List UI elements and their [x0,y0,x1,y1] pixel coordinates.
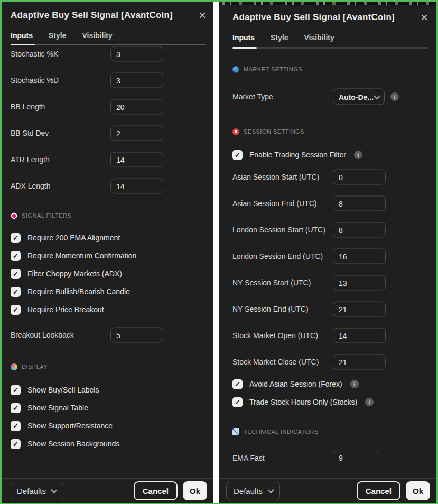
checkbox-label: Require Momentum Confirmation [27,251,136,260]
checkbox-row-require-200-ema-alignment: ✓Require 200 EMA Alignment [2,229,213,247]
tab-inputs[interactable]: Inputs [232,33,255,42]
defaults-label: Defaults [234,487,263,496]
field-row-ema-fast: EMA Fast9 [219,445,436,469]
field-row-asian-session-start-utc: Asian Session Start (UTC)0 [219,164,436,190]
close-icon[interactable]: × [421,13,428,22]
input-adx-length[interactable]: 14 [110,179,163,194]
section-header-label: TECHNICAL INDICATORS [244,428,319,435]
info-icon[interactable]: i [365,398,374,406]
field-row-atr-length: ATR Length14 [2,146,213,173]
checkbox-row-show-session-backgrounds: ✓Show Session Backgrounds [2,435,213,453]
checkbox-label: Require Price Breakout [27,305,104,314]
checkbox-row-show-signal-table: ✓Show Signal Table [2,399,213,417]
input-london-session-end-utc[interactable]: 16 [333,249,386,264]
alarm-clock-icon [232,128,239,135]
checkbox-label: Filter Choppy Markets (ADX) [27,269,122,278]
field-label: EMA Fast [232,454,265,462]
input-stock-market-open-utc[interactable]: 14 [333,328,386,343]
close-icon[interactable]: × [199,11,206,20]
checkbox-row-filter-choppy-markets-adx: ✓Filter Choppy Markets (ADX) [2,265,213,283]
field-label: Asian Session End (UTC) [232,199,317,208]
checkbox-show-session-backgrounds[interactable]: ✓ [11,439,21,449]
inputs-scroll-area-left[interactable]: Stochastic %K3Stochastic %D3BB Length20B… [2,45,213,466]
checkbox-trade-stock-hours-only-stocks[interactable]: ✓ [232,397,243,407]
market-type-value: Auto-De... [339,92,374,101]
dialog-footer-right: Defaults Cancel Ok [219,478,436,503]
field-row-market-type: Market TypeAuto-De...i [219,83,436,110]
input-bb-length[interactable]: 20 [110,99,163,115]
ok-button[interactable]: Ok [406,481,430,500]
input-asian-session-end-utc[interactable]: 8 [333,196,386,211]
checkbox-label: Show Buy/Sell Labels [27,386,99,394]
checkbox-require-price-breakout[interactable]: ✓ [11,305,21,315]
checkbox-row-show-support-resistance: ✓Show Support/Resistance [2,417,213,435]
input-stochastic-d[interactable]: 3 [110,73,163,88]
settings-dialog-left: Adaptive Buy Sell Signal [AvantCoin] × I… [2,2,213,503]
info-icon[interactable]: i [390,92,399,101]
chevron-down-icon [267,487,274,493]
checkbox-require-momentum-confirmation[interactable]: ✓ [11,251,21,261]
cancel-button[interactable]: Cancel [357,481,400,500]
tab-inputs[interactable]: Inputs [11,31,33,40]
field-row-ny-session-end-utc: NY Session End (UTC)21 [219,296,436,322]
checkbox-row-enable-trading-session-filter: ✓Enable Trading Session Filteri [219,146,436,164]
field-label: NY Session End (UTC) [232,305,309,313]
defaults-dropdown[interactable]: Defaults [226,482,280,500]
inputs-scroll-area-right[interactable]: MARKET SETTINGSMarket TypeAuto-De...iSES… [219,49,436,469]
dialog-tabs: InputsStyleVisibility [219,33,436,42]
field-row-ny-session-start-utc: NY Session Start (UTC)13 [219,269,436,296]
checkbox-filter-choppy-markets-adx[interactable]: ✓ [11,269,21,279]
checkbox-show-support-resistance[interactable]: ✓ [11,421,21,431]
field-label: Breakout Lookback [11,331,74,339]
field-label: Market Type [232,92,273,101]
checkbox-label: Require Bullish/Bearish Candle [27,287,130,296]
defaults-label: Defaults [17,487,46,496]
input-atr-length[interactable]: 14 [110,152,163,167]
field-row-london-session-start-utc: London Session Start (UTC)8 [219,217,436,243]
section-header-session-settings: SESSION SETTINGS [219,127,436,136]
screenshot-frame: Adaptive Buy Sell Signal [AvantCoin] × I… [0,0,438,504]
field-row-bb-std-dev: BB Std Dev2 [2,120,213,146]
defaults-dropdown[interactable]: Defaults [10,482,63,500]
field-label: BB Std Dev [11,129,49,137]
field-label: BB Length [11,102,45,111]
checkbox-require-200-ema-alignment[interactable]: ✓ [11,233,21,243]
globe-icon [232,66,239,73]
tab-visibility[interactable]: Visibility [82,31,112,40]
cancel-button[interactable]: Cancel [134,481,178,500]
dialog-footer-left: Defaults Cancel Ok [2,478,213,503]
field-row-london-session-end-utc: London Session End (UTC)16 [219,243,436,269]
checkbox-show-signal-table[interactable]: ✓ [11,403,21,413]
tab-style[interactable]: Style [49,31,66,40]
checkbox-show-buy-sell-labels[interactable]: ✓ [11,385,21,395]
panel-divider [213,2,219,503]
tab-visibility[interactable]: Visibility [304,33,334,42]
market-type-dropdown[interactable]: Auto-De... [333,89,385,105]
palette-icon [11,363,17,370]
input-bb-std-dev[interactable]: 2 [110,126,163,141]
info-icon[interactable]: i [350,380,359,388]
tab-style[interactable]: Style [271,33,288,42]
field-label: ATR Length [11,155,50,164]
info-icon[interactable]: i [354,151,362,159]
field-row-stock-market-open-utc: Stock Market Open (UTC)14 [219,322,436,349]
ok-button[interactable]: Ok [183,481,207,500]
checkbox-enable-trading-session-filter[interactable]: ✓ [232,150,243,160]
input-london-session-start-utc[interactable]: 8 [333,222,386,238]
input-ny-session-start-utc[interactable]: 13 [333,275,386,291]
input-stochastic-k[interactable]: 3 [110,46,163,62]
section-header-technical-indicators: TECHNICAL INDICATORS [219,427,436,436]
input-asian-session-start-utc[interactable]: 0 [333,170,386,185]
input-stock-market-close-utc[interactable]: 21 [333,354,386,370]
checkbox-row-require-momentum-confirmation: ✓Require Momentum Confirmation [2,247,213,265]
field-row-stochastic-k: Stochastic %K3 [2,45,213,67]
checkbox-require-bullish-bearish-candle[interactable]: ✓ [11,287,21,297]
field-label: Stochastic %K [11,50,58,58]
chevron-down-icon [51,487,58,493]
input-breakout-lookback[interactable]: 5 [110,328,163,343]
input-ny-session-end-utc[interactable]: 21 [333,302,386,317]
dialog-tabs: InputsStyleVisibility [2,31,213,40]
section-header-display: DISPLAY [2,362,213,371]
input-ema-fast[interactable]: 9 [333,451,379,469]
checkbox-avoid-asian-session-forex[interactable]: ✓ [232,379,243,389]
